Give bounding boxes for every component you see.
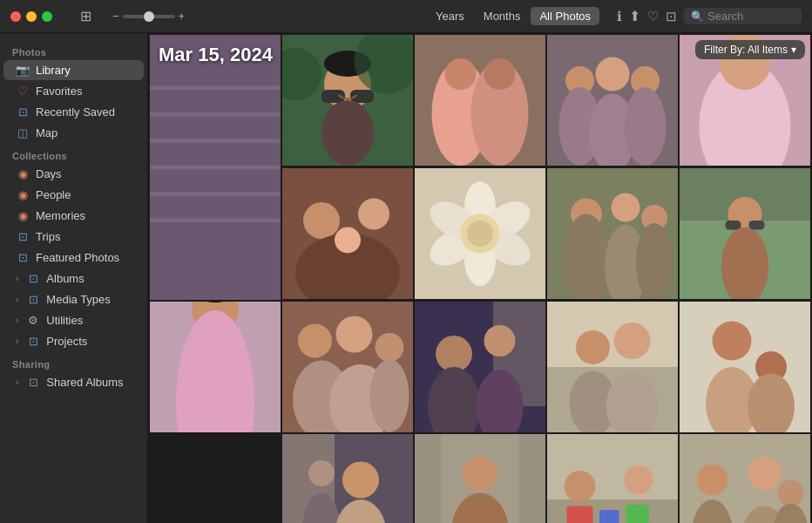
search-input[interactable] — [707, 10, 795, 23]
svg-point-105 — [565, 471, 596, 502]
utilities-icon: ⚙ — [26, 314, 40, 327]
svg-point-93 — [342, 462, 379, 499]
photo-cell-1[interactable]: Mar 15, 2024 — [150, 35, 281, 300]
svg-rect-55 — [749, 221, 765, 230]
svg-point-67 — [336, 316, 373, 353]
svg-point-106 — [625, 465, 653, 494]
photo-cell-18[interactable] — [415, 434, 545, 523]
photo-cell-9[interactable] — [680, 168, 810, 299]
svg-point-68 — [376, 333, 404, 362]
library-icon: 📷 — [16, 64, 30, 77]
svg-point-71 — [370, 359, 409, 432]
photo-content: Filter By: All Items ▾ — [148, 33, 812, 523]
sidebar-item-featured-photos[interactable]: ⊡ Featured Photos — [3, 248, 144, 268]
filter-chevron-icon: ▾ — [791, 44, 796, 56]
photo-cell-11[interactable] — [150, 302, 281, 432]
photo-cell-3[interactable] — [415, 35, 545, 166]
photo-cell-19[interactable] — [547, 434, 678, 523]
tab-months[interactable]: Months — [475, 7, 530, 25]
sidebar-item-media-types[interactable]: › ⊡ Media Types — [3, 289, 144, 309]
sidebar-item-albums[interactable]: › ⊡ Albums — [3, 268, 144, 289]
favorites-heart-icon: ♡ — [16, 85, 30, 98]
svg-point-34 — [335, 228, 361, 254]
sidebar-item-library[interactable]: 📷 Library — [3, 60, 144, 80]
photo-cell-17[interactable] — [282, 434, 413, 523]
media-types-icon: ⊡ — [26, 293, 40, 306]
sidebar-item-favorites[interactable]: ♡ Favorites — [3, 81, 144, 101]
search-icon: 🔍 — [691, 10, 704, 23]
photo-cell-2[interactable] — [282, 35, 413, 166]
sidebar-item-memories[interactable]: ◉ Memories — [3, 206, 144, 226]
traffic-lights — [10, 11, 52, 22]
svg-point-110 — [778, 480, 804, 506]
sidebar-item-utilities[interactable]: › ⚙ Utilities — [3, 310, 144, 330]
chevron-right-icon-3: › — [16, 316, 18, 325]
view-tabs: Years Months All Photos — [427, 7, 599, 25]
svg-point-92 — [308, 460, 335, 486]
svg-point-19 — [484, 58, 516, 90]
featured-photos-icon: ⊡ — [16, 251, 30, 264]
photo-cell-14[interactable] — [547, 302, 678, 432]
svg-point-22 — [596, 58, 630, 92]
photo-cell-8[interactable] — [547, 168, 678, 299]
svg-rect-103 — [599, 510, 619, 523]
svg-point-74 — [436, 336, 472, 372]
photo-cell-20[interactable] — [680, 434, 810, 523]
crop-icon[interactable]: ⊡ — [666, 9, 677, 24]
collections-section-label: Collections — [0, 144, 147, 163]
sidebar-item-recently-saved[interactable]: ⊡ Recently Saved — [3, 102, 144, 122]
zoom-slider[interactable] — [123, 15, 175, 18]
tab-all-photos[interactable]: All Photos — [531, 7, 599, 25]
svg-rect-104 — [626, 505, 649, 523]
sidebar: Photos 📷 Library ♡ Favorites ⊡ Recently … — [0, 33, 148, 523]
filter-button[interactable]: Filter By: All Items ▾ — [695, 40, 805, 59]
zoom-control: − + — [112, 10, 185, 23]
zoom-minus-icon[interactable]: − — [112, 10, 119, 23]
sidebar-item-map[interactable]: ◫ Map — [3, 123, 144, 143]
sidebar-item-days[interactable]: ◉ Days — [3, 164, 144, 184]
svg-point-66 — [298, 324, 332, 358]
titlebar: ⊞ − + Years Months All Photos ℹ ⬆ ♡ ⊡ 🔍 — [0, 0, 812, 33]
svg-point-18 — [445, 58, 477, 90]
favorites-icon[interactable]: ♡ — [647, 9, 659, 24]
sidebar-item-projects[interactable]: › ⊡ Projects — [3, 331, 144, 351]
library-view-icon[interactable]: ⊞ — [80, 8, 91, 24]
maximize-button[interactable] — [42, 11, 52, 22]
svg-point-26 — [625, 87, 667, 166]
photo-cell-12[interactable] — [282, 302, 413, 432]
chevron-right-icon-2: › — [16, 295, 18, 304]
svg-point-31 — [303, 202, 340, 239]
zoom-plus-icon[interactable]: + — [179, 10, 186, 23]
svg-point-109 — [748, 457, 782, 491]
sidebar-item-people[interactable]: ◉ People — [3, 185, 144, 205]
sidebar-item-shared-albums[interactable]: › ⊡ Shared Albums — [3, 372, 144, 392]
photo-cell-6[interactable] — [282, 168, 413, 299]
svg-point-86 — [713, 322, 752, 361]
sharing-section-label: Sharing — [0, 352, 147, 371]
svg-point-80 — [576, 330, 610, 364]
photo-cell-13[interactable] — [415, 302, 545, 432]
sidebar-item-trips[interactable]: ⊡ Trips — [3, 227, 144, 247]
photo-cell-7[interactable] — [415, 168, 545, 299]
search-box[interactable]: 🔍 — [684, 8, 802, 24]
info-icon[interactable]: ℹ — [617, 9, 622, 24]
albums-icon: ⊡ — [26, 272, 40, 285]
main-layout: Photos 📷 Library ♡ Favorites ⊡ Recently … — [0, 33, 812, 523]
photo-cell-4[interactable] — [547, 35, 678, 166]
svg-rect-102 — [567, 506, 593, 524]
recently-saved-icon: ⊡ — [16, 105, 30, 119]
trips-icon: ⊡ — [16, 230, 30, 243]
photo-cell-15[interactable] — [680, 302, 810, 432]
tab-years[interactable]: Years — [427, 7, 473, 25]
share-icon[interactable]: ⬆ — [629, 8, 640, 24]
close-button[interactable] — [10, 11, 21, 22]
minimize-button[interactable] — [26, 11, 37, 22]
svg-point-108 — [697, 465, 728, 496]
titlebar-actions: ℹ ⬆ ♡ ⊡ 🔍 — [617, 8, 802, 24]
chevron-right-icon-5: › — [16, 377, 18, 387]
photos-section-label: Photos — [0, 40, 147, 59]
svg-point-46 — [612, 194, 640, 222]
people-icon: ◉ — [16, 188, 30, 201]
days-icon: ◉ — [16, 167, 30, 180]
map-icon: ◫ — [16, 126, 30, 139]
